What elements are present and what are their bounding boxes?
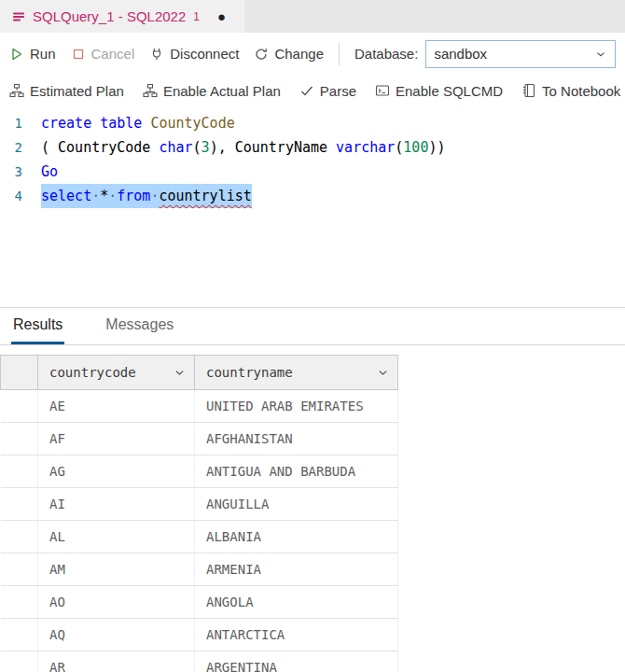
- column-menu-chevron-icon[interactable]: [173, 366, 187, 380]
- results-table-body: AEUNITED ARAB EMIRATESAFAFGHANISTANAGANT…: [1, 390, 398, 672]
- refresh-icon: [254, 47, 269, 62]
- estimated-plan-icon: [9, 83, 24, 98]
- estimated-plan-button[interactable]: Estimated Plan: [9, 83, 124, 99]
- column-header-label: countrycode: [49, 365, 136, 380]
- line-number: 2: [0, 135, 41, 160]
- parse-label: Parse: [320, 83, 356, 99]
- grid-cell[interactable]: ANTARCTICA: [195, 619, 398, 651]
- grid-cell[interactable]: AR: [38, 651, 195, 672]
- sql-file-icon: [11, 9, 26, 24]
- tab-results[interactable]: Results: [11, 308, 64, 344]
- grid-cell[interactable]: AM: [38, 553, 195, 586]
- sqlcmd-icon: [375, 83, 390, 98]
- stop-square-icon: [71, 47, 86, 62]
- row-gutter-cell[interactable]: [1, 651, 38, 672]
- cancel-button[interactable]: Cancel: [71, 46, 135, 62]
- grid-cell[interactable]: AO: [38, 586, 195, 619]
- row-gutter-cell[interactable]: [1, 390, 38, 423]
- enable-actual-plan-label: Enable Actual Plan: [163, 83, 281, 99]
- change-connection-button[interactable]: Change: [254, 46, 324, 62]
- corner-header-cell[interactable]: [1, 356, 38, 390]
- row-gutter-cell[interactable]: [1, 586, 38, 619]
- database-value: sandbox: [434, 46, 487, 62]
- column-header-label: countryname: [206, 365, 293, 380]
- run-label: Run: [30, 46, 56, 62]
- play-icon: [9, 47, 24, 62]
- code-line[interactable]: 4select·*·from·countrylist: [0, 184, 625, 208]
- actual-plan-icon: [143, 83, 158, 98]
- row-gutter-cell[interactable]: [1, 488, 38, 521]
- row-gutter-cell[interactable]: [1, 619, 38, 651]
- column-header-countrycode[interactable]: countrycode: [38, 356, 195, 390]
- parse-button[interactable]: Parse: [299, 83, 356, 99]
- query-toolbar: Run Cancel Disconnect Change Database: s…: [0, 33, 625, 75]
- estimated-plan-label: Estimated Plan: [30, 83, 124, 99]
- enable-sqlcmd-button[interactable]: Enable SQLCMD: [375, 83, 503, 99]
- unsaved-dot-icon[interactable]: ●: [217, 9, 226, 23]
- grid-cell[interactable]: AFGHANISTAN: [195, 423, 398, 455]
- tab-messages[interactable]: Messages: [104, 308, 175, 344]
- code-text: select·*·from·countrylist: [41, 184, 252, 208]
- table-row: AFAFGHANISTAN: [1, 423, 398, 455]
- database-dropdown[interactable]: sandbox: [425, 40, 616, 68]
- code-line[interactable]: 1create table CountyCode: [0, 111, 625, 135]
- row-gutter-cell[interactable]: [1, 553, 38, 586]
- editor-lines: 1create table CountyCode2( CountryCode c…: [0, 111, 625, 208]
- grid-cell[interactable]: AQ: [38, 619, 195, 651]
- code-line[interactable]: 2( CountryCode char(3), CountryName varc…: [0, 135, 625, 160]
- disconnect-button[interactable]: Disconnect: [149, 46, 239, 62]
- table-row: AMARMENIA: [1, 553, 398, 586]
- run-button[interactable]: Run: [9, 46, 56, 62]
- code-line[interactable]: 3Go: [0, 160, 625, 184]
- grid-cell[interactable]: AI: [38, 488, 195, 521]
- grid-cell[interactable]: AG: [38, 455, 195, 488]
- row-gutter-cell[interactable]: [1, 455, 38, 488]
- code-text: Go: [41, 160, 58, 184]
- results-grid: countrycode countryname AEUNITED ARAB EM…: [0, 355, 625, 672]
- enable-sqlcmd-label: Enable SQLCMD: [396, 83, 503, 99]
- to-notebook-label: To Notebook: [542, 83, 620, 99]
- tab-title: SQLQuery_1 - SQL2022: [33, 8, 186, 24]
- chevron-down-icon: [594, 48, 607, 61]
- tab-bar: SQLQuery_1 - SQL2022 1 ●: [0, 0, 625, 33]
- table-row: AIANGUILLA: [1, 488, 398, 521]
- tab-badge: 1: [193, 10, 200, 23]
- line-number: 3: [0, 160, 41, 184]
- grid-cell[interactable]: ANTIGUA AND BARBUDA: [195, 455, 398, 488]
- grid-cell[interactable]: ARMENIA: [195, 553, 398, 586]
- editor-tab[interactable]: SQLQuery_1 - SQL2022 1 ●: [0, 0, 244, 33]
- grid-header-row: countrycode countryname: [1, 356, 398, 390]
- plan-toolbar: Estimated Plan Enable Actual Plan Parse …: [0, 75, 625, 106]
- table-row: ARARGENTINA: [1, 651, 398, 672]
- grid-cell[interactable]: ANGUILLA: [195, 488, 398, 521]
- grid-cell[interactable]: AL: [38, 521, 195, 553]
- grid-cell[interactable]: UNITED ARAB EMIRATES: [195, 390, 398, 423]
- plug-icon: [149, 47, 164, 62]
- table-row: AOANGOLA: [1, 586, 398, 619]
- grid-cell[interactable]: AF: [38, 423, 195, 455]
- code-text: create table CountyCode: [41, 111, 235, 135]
- disconnect-label: Disconnect: [170, 46, 239, 62]
- enable-actual-plan-button[interactable]: Enable Actual Plan: [143, 83, 281, 99]
- grid-cell[interactable]: ARGENTINA: [195, 651, 398, 672]
- database-label: Database:: [354, 46, 418, 62]
- table-row: AQANTARCTICA: [1, 619, 398, 651]
- change-label: Change: [274, 46, 324, 62]
- grid-cell[interactable]: ANGOLA: [195, 586, 398, 619]
- column-menu-chevron-icon[interactable]: [376, 366, 390, 380]
- row-gutter-cell[interactable]: [1, 521, 38, 553]
- checkmark-icon: [299, 83, 314, 98]
- row-gutter-cell[interactable]: [1, 423, 38, 455]
- toolbar-separator: [339, 43, 340, 65]
- column-header-countryname[interactable]: countryname: [195, 356, 398, 390]
- line-number: 4: [0, 184, 41, 208]
- results-tab-bar: Results Messages: [0, 308, 625, 345]
- sql-editor[interactable]: 1create table CountyCode2( CountryCode c…: [0, 106, 625, 307]
- line-number: 1: [0, 111, 41, 135]
- grid-cell[interactable]: ALBANIA: [195, 521, 398, 553]
- to-notebook-button[interactable]: To Notebook: [521, 83, 620, 99]
- table-row: AGANTIGUA AND BARBUDA: [1, 455, 398, 488]
- table-row: ALALBANIA: [1, 521, 398, 553]
- notebook-icon: [521, 83, 536, 98]
- grid-cell[interactable]: AE: [38, 390, 195, 423]
